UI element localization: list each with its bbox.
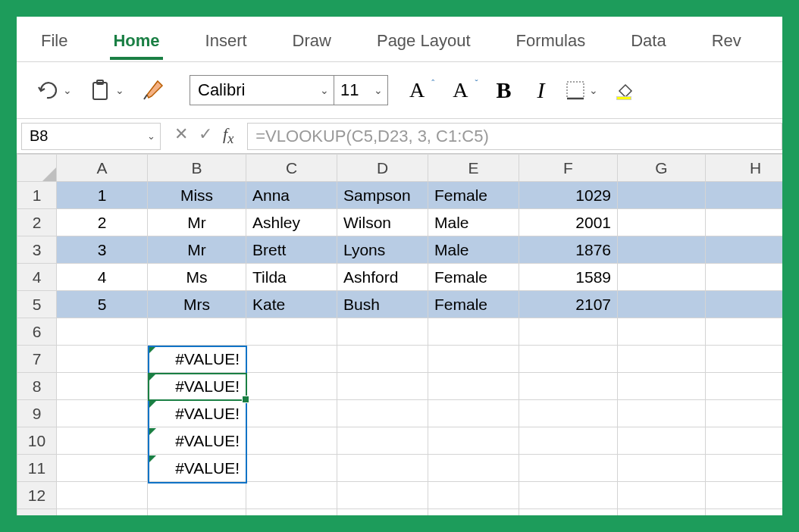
cell[interactable]: 1 [57, 182, 148, 209]
cell[interactable]: Sampson [337, 182, 428, 209]
cell[interactable] [706, 482, 783, 509]
cell[interactable] [706, 236, 783, 264]
row-header-10[interactable]: 10 [17, 427, 57, 455]
cell[interactable] [519, 455, 618, 482]
cell[interactable] [428, 509, 519, 516]
cell[interactable]: Lyons [337, 236, 428, 264]
insert-function-button[interactable]: fx [223, 124, 233, 147]
tab-data[interactable]: Data [628, 27, 669, 60]
cell[interactable] [57, 373, 148, 400]
cell[interactable] [618, 264, 706, 291]
spreadsheet-grid[interactable]: A B C D E F G H 1 1 Miss Anna Sampson Fe… [17, 154, 782, 515]
col-header-A[interactable]: A [57, 155, 148, 182]
cell[interactable] [337, 373, 428, 400]
cell[interactable]: Bush [337, 291, 428, 318]
cell[interactable]: 1029 [519, 182, 618, 209]
cell[interactable] [148, 509, 246, 516]
cell[interactable] [706, 291, 783, 318]
cell[interactable]: Mr [148, 236, 246, 264]
cell[interactable] [706, 427, 783, 455]
cell[interactable] [57, 318, 148, 346]
cell[interactable]: 4 [57, 264, 148, 291]
cell[interactable] [519, 427, 618, 455]
cell[interactable] [618, 455, 706, 482]
cell[interactable]: Female [428, 291, 519, 318]
font-size-select[interactable]: 11 ⌄ [334, 76, 387, 105]
row-header-3[interactable]: 3 [17, 236, 57, 264]
cell[interactable]: Anna [246, 182, 337, 209]
cell[interactable]: Mr [148, 209, 246, 236]
tab-page-layout[interactable]: Page Layout [374, 27, 474, 60]
cell[interactable] [428, 373, 519, 400]
cell[interactable] [246, 346, 337, 373]
cell[interactable] [246, 373, 337, 400]
cell[interactable]: Ashford [337, 264, 428, 291]
bold-button[interactable]: B [491, 77, 515, 103]
fill-color-button[interactable] [615, 82, 634, 99]
row-header-12[interactable]: 12 [17, 482, 57, 509]
cell[interactable]: Miss [148, 182, 246, 209]
cell[interactable] [428, 400, 519, 427]
cell[interactable] [246, 509, 337, 516]
row-header-8[interactable]: 8 [17, 373, 57, 400]
row-header-5[interactable]: 5 [17, 291, 57, 318]
cell[interactable]: 1589 [519, 264, 618, 291]
cell[interactable]: Ashley [246, 209, 337, 236]
cell[interactable]: 2107 [519, 291, 618, 318]
cell[interactable] [618, 346, 706, 373]
cell[interactable] [428, 455, 519, 482]
col-header-D[interactable]: D [337, 155, 428, 182]
cell[interactable] [57, 482, 148, 509]
cell[interactable] [246, 427, 337, 455]
col-header-B[interactable]: B [148, 155, 246, 182]
cell[interactable] [706, 346, 783, 373]
col-header-C[interactable]: C [246, 155, 337, 182]
cell[interactable] [618, 291, 706, 318]
undo-button[interactable]: ⌄ [36, 80, 72, 101]
cell[interactable] [706, 318, 783, 346]
row-header-6[interactable]: 6 [17, 318, 57, 346]
row-header-1[interactable]: 1 [17, 182, 57, 209]
cell[interactable] [337, 346, 428, 373]
cell[interactable]: Female [428, 182, 519, 209]
cell[interactable]: Tilda [246, 264, 337, 291]
cell[interactable] [706, 264, 783, 291]
cell[interactable] [57, 427, 148, 455]
cell[interactable] [706, 509, 783, 516]
row-header-7[interactable]: 7 [17, 346, 57, 373]
cell[interactable] [428, 346, 519, 373]
cell[interactable] [519, 318, 618, 346]
cell[interactable] [519, 373, 618, 400]
cell[interactable] [57, 346, 148, 373]
cell[interactable] [337, 509, 428, 516]
cell[interactable] [57, 455, 148, 482]
paste-button[interactable]: ⌄ [89, 79, 124, 102]
cell-B8[interactable]: #VALUE! [148, 373, 246, 400]
cell[interactable] [618, 182, 706, 209]
cell[interactable] [428, 427, 519, 455]
cell[interactable] [618, 373, 706, 400]
cell[interactable] [337, 455, 428, 482]
cell[interactable]: Male [428, 209, 519, 236]
cell[interactable] [706, 182, 783, 209]
col-header-H[interactable]: H [706, 155, 783, 182]
cell[interactable] [618, 427, 706, 455]
tab-insert[interactable]: Insert [202, 27, 250, 60]
format-painter-button[interactable] [141, 79, 165, 102]
cell[interactable] [57, 509, 148, 516]
cell-B7[interactable]: #VALUE! [148, 346, 246, 373]
cell[interactable] [618, 482, 706, 509]
row-header-9[interactable]: 9 [17, 400, 57, 427]
cell[interactable] [337, 318, 428, 346]
cell[interactable] [246, 455, 337, 482]
cell[interactable]: 5 [57, 291, 148, 318]
cell[interactable] [148, 318, 246, 346]
cell[interactable] [337, 482, 428, 509]
cell[interactable] [618, 209, 706, 236]
cell[interactable] [246, 482, 337, 509]
cell[interactable]: Kate [246, 291, 337, 318]
formula-bar-input[interactable]: =VLOOKUP(C5,D23, 3, C1:C5) [247, 123, 782, 150]
tab-formulas[interactable]: Formulas [513, 27, 589, 60]
col-header-F[interactable]: F [519, 155, 618, 182]
cell[interactable] [519, 509, 618, 516]
